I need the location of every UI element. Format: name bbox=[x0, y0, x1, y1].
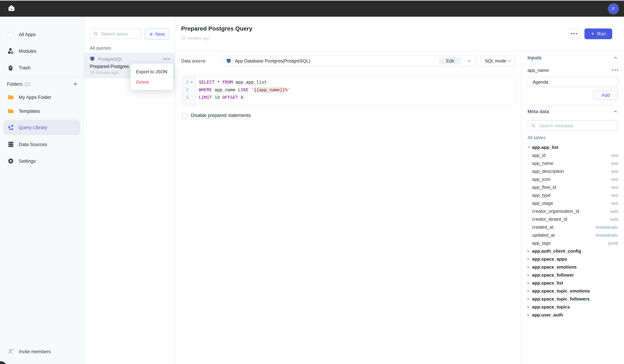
disable-prepared-statements-checkbox[interactable] bbox=[182, 113, 187, 119]
plus-icon bbox=[149, 32, 154, 36]
column-row[interactable]: app_stagetext bbox=[527, 199, 618, 207]
parameter-menu-button[interactable] bbox=[612, 69, 618, 71]
column-row[interactable]: app_idtext bbox=[527, 151, 618, 159]
column-row[interactable]: app_flow_idtext bbox=[527, 183, 618, 191]
table-node[interactable]: app.space_emotions bbox=[527, 263, 618, 271]
table-node[interactable]: app.space_topics bbox=[527, 303, 618, 311]
column-row[interactable]: created_attimestamptz bbox=[527, 223, 618, 231]
table-node[interactable]: app.auth_client_config bbox=[527, 247, 618, 255]
datasource-select[interactable]: App Database Postgres(PostgreSQL) Edit bbox=[222, 55, 476, 66]
menu-item-delete[interactable]: Delete bbox=[130, 77, 173, 87]
metadata-title: Meta data bbox=[527, 109, 549, 114]
play-icon bbox=[591, 32, 594, 35]
table-node[interactable]: app.space_follower bbox=[527, 271, 618, 279]
expand-icon bbox=[527, 258, 529, 260]
datasource-edit-button[interactable]: Edit bbox=[439, 57, 461, 65]
folder-item-label: Templates bbox=[19, 108, 40, 114]
table-node[interactable]: app.space_topic_emotions bbox=[527, 287, 618, 295]
sidebar-item-label: Data Sources bbox=[19, 142, 47, 147]
search-icon bbox=[531, 123, 536, 128]
datasource-label: Data source bbox=[181, 58, 222, 63]
folder-icon bbox=[7, 107, 14, 115]
page-title: Prepared Postgres Query bbox=[181, 25, 252, 32]
query-source-label: PostgreSQL bbox=[98, 56, 123, 62]
page-timestamp: 10 minutes ago bbox=[181, 36, 210, 41]
metadata-search-input[interactable] bbox=[538, 123, 615, 129]
column-row[interactable]: creator_organisation_iduuid bbox=[527, 207, 618, 215]
sql-line-3: LIMIT 10 OFFSET 0 bbox=[199, 94, 290, 101]
sidebar-item-query-library[interactable]: Query Library bbox=[3, 120, 80, 135]
sidebar-divider bbox=[5, 77, 78, 77]
expand-icon bbox=[527, 289, 529, 292]
search-icon bbox=[93, 31, 98, 36]
table-node[interactable]: app.user_auth bbox=[527, 311, 618, 319]
line-number: 1 bbox=[182, 80, 188, 85]
home-button[interactable] bbox=[6, 3, 17, 14]
expand-icon bbox=[527, 266, 529, 268]
sidebar-item-label: Trash bbox=[19, 65, 30, 70]
sidebar-folder-templates[interactable]: Templates bbox=[0, 104, 84, 118]
sidebar-item-settings[interactable]: Settings bbox=[0, 153, 84, 169]
parameter-value-box bbox=[527, 77, 618, 87]
new-query-button[interactable]: New bbox=[145, 28, 169, 40]
query-search-box bbox=[90, 28, 141, 39]
expand-icon bbox=[527, 313, 529, 316]
add-parameter-button[interactable]: Add bbox=[594, 91, 618, 100]
sidebar-item-all-apps[interactable]: All Apps bbox=[0, 26, 84, 43]
folders-label: Folders bbox=[7, 81, 23, 87]
table-node[interactable]: app.space_apps bbox=[527, 255, 618, 263]
right-panel: Inputs app_name Add Meta data bbox=[521, 51, 624, 364]
table-node-expanded[interactable]: app.app_list bbox=[527, 143, 618, 151]
folders-count: (2) bbox=[25, 81, 30, 87]
expand-icon bbox=[527, 274, 529, 276]
inputs-section-header: Inputs bbox=[527, 54, 618, 61]
run-button[interactable]: Run bbox=[584, 28, 612, 39]
sql-line-1: SELECT * FROM app.app_list bbox=[199, 78, 290, 86]
add-folder-button[interactable] bbox=[73, 81, 78, 87]
table-node[interactable]: app.space_list bbox=[527, 279, 618, 287]
chevron-up-icon[interactable] bbox=[613, 109, 618, 114]
line-number: 3 bbox=[182, 95, 188, 100]
column-row[interactable]: app_nametext bbox=[527, 159, 618, 167]
metadata-tree: app.app_list app_idtext app_nametext app… bbox=[527, 143, 618, 319]
column-row[interactable]: app_tagsjsonb bbox=[527, 239, 618, 247]
sidebar-item-label: Settings bbox=[19, 158, 36, 164]
home-icon bbox=[7, 31, 14, 38]
sidebar-item-trash[interactable]: Trash bbox=[0, 59, 84, 76]
column-row[interactable]: app_typetext bbox=[527, 191, 618, 199]
chevron-up-icon[interactable] bbox=[613, 55, 618, 60]
top-navigation-bar: F bbox=[0, 1, 624, 17]
chevron-down-icon bbox=[467, 58, 472, 64]
column-row[interactable]: updated_attimestamptz bbox=[527, 231, 618, 239]
column-row[interactable]: creator_tenant_iduuid bbox=[527, 215, 618, 223]
sidebar-folder-my-apps[interactable]: My Apps Folder bbox=[0, 90, 84, 104]
query-item-menu-button[interactable] bbox=[163, 58, 170, 60]
menu-item-export-to-json[interactable]: Export to JSON bbox=[130, 66, 173, 77]
avatar-initial: F bbox=[612, 6, 615, 11]
user-avatar[interactable]: F bbox=[608, 4, 619, 14]
input-parameter-row: app_name bbox=[527, 67, 618, 73]
sql-mode-value: SQL mode bbox=[485, 58, 506, 63]
query-search-input[interactable] bbox=[100, 31, 138, 37]
expand-icon bbox=[527, 282, 529, 284]
table-node[interactable]: app.space_topic_followers bbox=[527, 295, 618, 303]
postgresql-icon bbox=[226, 58, 232, 64]
sidebar-item-label: Query Library bbox=[19, 125, 47, 130]
main-header: Prepared Postgres Query 10 minutes ago R… bbox=[175, 17, 624, 51]
folder-icon bbox=[7, 94, 14, 101]
expand-icon bbox=[527, 298, 529, 300]
column-row[interactable]: app_icontext bbox=[527, 175, 618, 183]
sql-code-editor[interactable]: 1 2 3 SELECT * FROM app.app_list WHERE a… bbox=[182, 76, 517, 105]
invite-members-button[interactable]: Invite members bbox=[0, 343, 84, 360]
parameter-value-input[interactable] bbox=[532, 79, 614, 85]
sql-mode-select[interactable]: SQL mode bbox=[480, 55, 515, 66]
column-row[interactable]: app_descriptiontext bbox=[527, 167, 618, 175]
sidebar-item-data-sources[interactable]: Data Sources bbox=[0, 136, 84, 153]
datasource-value: App Database Postgres(PostgreSQL) bbox=[235, 58, 310, 63]
code-fold-icon[interactable] bbox=[190, 81, 193, 83]
expand-icon bbox=[527, 250, 529, 252]
more-options-button[interactable] bbox=[569, 28, 580, 39]
sidebar-item-modules[interactable]: Modules bbox=[0, 43, 84, 59]
invite-user-icon bbox=[7, 348, 14, 355]
inputs-title: Inputs bbox=[527, 55, 542, 60]
